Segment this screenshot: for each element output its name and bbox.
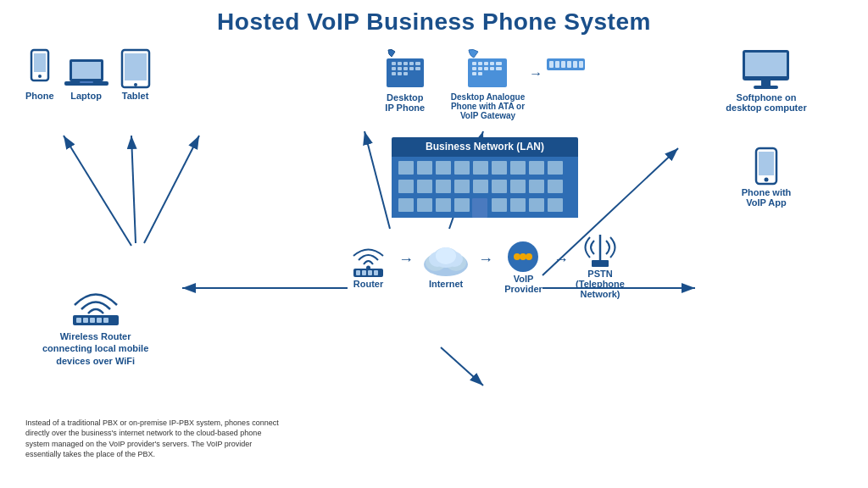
tablet-label: Tablet	[122, 91, 149, 101]
left-column: Phone Laptop	[17, 44, 288, 469]
svg-rect-81	[548, 180, 563, 193]
svg-rect-32	[409, 62, 414, 65]
svg-rect-61	[579, 61, 583, 68]
desktop-analogue-label: Desktop Analogue Phone with ATA or VoIP …	[451, 92, 525, 120]
svg-rect-26	[97, 318, 102, 323]
svg-rect-64	[398, 161, 414, 175]
svg-rect-86	[492, 198, 507, 212]
device-phone-voip: Phone withVoIP App	[742, 147, 792, 208]
building-icon: Business Network (LAN)	[383, 137, 587, 222]
wireless-router-icon	[58, 280, 134, 326]
svg-rect-80	[529, 180, 544, 193]
svg-rect-33	[415, 62, 420, 65]
info-box: Instead of a traditional PBX or on-premi…	[25, 418, 280, 460]
laptop-label: Laptop	[70, 91, 102, 101]
voip-to-pstn-arrow: →	[554, 251, 569, 269]
svg-rect-58	[561, 61, 565, 68]
softphone-desktop-icon	[738, 48, 793, 92]
internet-to-voip-arrow: →	[478, 251, 493, 269]
svg-point-118	[764, 178, 768, 182]
page-title: Hosted VoIP Business Phone System	[17, 8, 851, 36]
svg-rect-34	[392, 67, 396, 70]
right-column: Softphone ondesktop computer Phone withV…	[682, 44, 851, 469]
svg-rect-19	[125, 53, 147, 80]
desktop-ip-phone-icon	[385, 48, 426, 92]
svg-rect-38	[415, 67, 420, 70]
center-column: Desktop IP Phone	[288, 44, 682, 469]
voip-provider-icon	[500, 236, 547, 274]
svg-rect-17	[80, 81, 93, 83]
svg-rect-60	[573, 61, 577, 68]
bottom-router: Router	[345, 241, 392, 289]
svg-rect-35	[398, 67, 402, 70]
phone-voip-icon	[754, 147, 779, 187]
device-desktop-analogue: Desktop Analogue Phone with ATA or VoIP …	[451, 48, 585, 120]
svg-rect-59	[567, 61, 571, 68]
bottom-voip: VoIP Provider	[500, 236, 547, 294]
pstn-label: PSTN (Telephone Network)	[576, 269, 625, 299]
svg-rect-117	[759, 152, 774, 175]
svg-rect-23	[76, 318, 81, 323]
router-to-internet-arrow: →	[398, 251, 414, 269]
svg-rect-68	[473, 161, 488, 175]
phone-label: Phone	[25, 91, 54, 101]
svg-rect-114	[761, 80, 771, 86]
phone-icon	[26, 48, 53, 91]
svg-rect-53	[472, 72, 476, 75]
router-label: Router	[353, 279, 383, 289]
svg-point-108	[520, 253, 526, 260]
svg-rect-54	[478, 72, 482, 75]
svg-rect-15	[72, 62, 101, 79]
svg-rect-79	[510, 180, 526, 193]
svg-rect-85	[454, 198, 470, 212]
svg-rect-87	[510, 198, 526, 212]
svg-rect-74	[417, 180, 432, 193]
svg-rect-65	[417, 161, 432, 175]
svg-rect-83	[417, 198, 432, 212]
device-tablet: Tablet	[119, 48, 153, 101]
internet-label: Internet	[429, 279, 463, 289]
svg-rect-12	[34, 53, 46, 72]
svg-rect-89	[548, 198, 563, 212]
laptop-icon	[64, 57, 108, 91]
svg-rect-113	[745, 53, 787, 76]
business-network-section: Business Network (LAN)	[383, 137, 587, 222]
desktop-ip-label: Desktop IP Phone	[385, 92, 425, 113]
svg-rect-111	[592, 260, 609, 267]
router-icon	[345, 241, 392, 279]
svg-rect-70	[510, 161, 526, 175]
svg-rect-25	[90, 318, 95, 323]
svg-rect-37	[409, 67, 414, 70]
center-top-devices: Desktop IP Phone	[385, 48, 585, 120]
svg-rect-41	[403, 72, 408, 75]
svg-rect-24	[83, 318, 88, 323]
svg-rect-45	[484, 62, 488, 65]
svg-rect-97	[368, 270, 372, 275]
right-devices: Softphone ondesktop computer Phone withV…	[682, 44, 851, 208]
pstn-tower-icon	[579, 230, 621, 269]
internet-cloud-icon	[420, 241, 471, 279]
svg-rect-44	[478, 62, 482, 65]
svg-rect-84	[436, 198, 451, 212]
ata-box-icon	[547, 57, 585, 74]
svg-rect-90	[472, 198, 487, 218]
svg-rect-52	[496, 67, 502, 70]
svg-rect-46	[490, 62, 494, 65]
wireless-router-section: Wireless Router connecting local mobile …	[42, 280, 148, 367]
wireless-router-label: Wireless Router connecting local mobile …	[42, 330, 148, 367]
phone-voip-label: Phone withVoIP App	[742, 187, 792, 208]
svg-rect-67	[454, 161, 470, 175]
svg-rect-76	[454, 180, 470, 193]
svg-rect-115	[754, 86, 778, 89]
svg-rect-71	[529, 161, 544, 175]
bottom-internet: Internet	[420, 241, 471, 289]
bottom-pstn: PSTN (Telephone Network)	[576, 230, 625, 299]
diagram-container: Hosted VoIP Business Phone System	[0, 0, 868, 488]
svg-point-109	[526, 253, 532, 260]
svg-rect-88	[529, 198, 544, 212]
svg-rect-57	[555, 61, 559, 68]
device-laptop: Laptop	[64, 57, 108, 101]
svg-text:Business Network (LAN): Business Network (LAN)	[426, 141, 544, 152]
svg-rect-75	[436, 180, 451, 193]
svg-rect-77	[473, 180, 488, 193]
